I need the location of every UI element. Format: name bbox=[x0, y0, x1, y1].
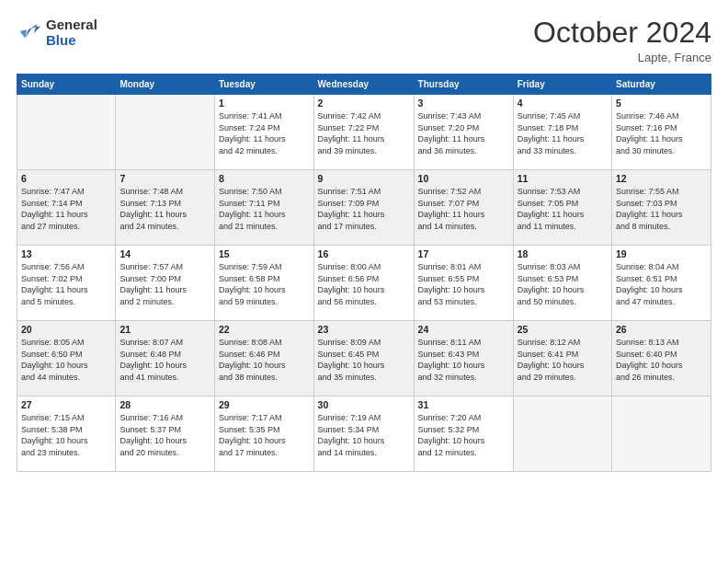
table-row: 30Sunrise: 7:19 AM Sunset: 5:34 PM Dayli… bbox=[313, 396, 414, 472]
header-row: Sunday Monday Tuesday Wednesday Thursday… bbox=[17, 75, 711, 95]
table-row: 26Sunrise: 8:13 AM Sunset: 6:40 PM Dayli… bbox=[612, 321, 711, 396]
table-row: 15Sunrise: 7:59 AM Sunset: 6:58 PM Dayli… bbox=[214, 246, 313, 321]
day-detail: Sunrise: 8:05 AM Sunset: 6:50 PM Dayligh… bbox=[21, 337, 111, 383]
table-row: 21Sunrise: 8:07 AM Sunset: 6:48 PM Dayli… bbox=[116, 321, 215, 396]
day-detail: Sunrise: 8:07 AM Sunset: 6:48 PM Dayligh… bbox=[119, 337, 210, 383]
day-detail: Sunrise: 8:11 AM Sunset: 6:43 PM Dayligh… bbox=[418, 337, 509, 383]
table-row: 22Sunrise: 8:08 AM Sunset: 6:46 PM Dayli… bbox=[214, 321, 313, 396]
day-detail: Sunrise: 7:53 AM Sunset: 7:05 PM Dayligh… bbox=[518, 186, 608, 232]
day-detail: Sunrise: 7:52 AM Sunset: 7:07 PM Dayligh… bbox=[418, 186, 509, 232]
logo-icon bbox=[17, 19, 42, 45]
calendar-row: 20Sunrise: 8:05 AM Sunset: 6:50 PM Dayli… bbox=[17, 321, 711, 396]
day-number: 8 bbox=[219, 173, 310, 184]
day-detail: Sunrise: 7:19 AM Sunset: 5:34 PM Dayligh… bbox=[318, 412, 410, 458]
day-number: 1 bbox=[219, 98, 310, 109]
table-row: 16Sunrise: 8:00 AM Sunset: 6:56 PM Dayli… bbox=[313, 246, 414, 321]
day-number: 14 bbox=[119, 248, 210, 259]
day-number: 6 bbox=[21, 173, 111, 184]
title-block: October 2024 Lapte, France bbox=[533, 17, 711, 64]
day-number: 15 bbox=[219, 248, 310, 259]
col-tuesday: Tuesday bbox=[214, 75, 313, 95]
table-row: 29Sunrise: 7:17 AM Sunset: 5:35 PM Dayli… bbox=[214, 396, 313, 472]
logo: General Blue bbox=[17, 17, 97, 48]
day-number: 13 bbox=[21, 248, 111, 259]
table-row: 28Sunrise: 7:16 AM Sunset: 5:37 PM Dayli… bbox=[116, 396, 215, 472]
day-number: 27 bbox=[21, 399, 111, 410]
day-detail: Sunrise: 7:45 AM Sunset: 7:18 PM Dayligh… bbox=[518, 110, 608, 156]
day-detail: Sunrise: 8:13 AM Sunset: 6:40 PM Dayligh… bbox=[616, 337, 707, 383]
table-row: 6Sunrise: 7:47 AM Sunset: 7:14 PM Daylig… bbox=[17, 170, 116, 246]
table-row: 4Sunrise: 7:45 AM Sunset: 7:18 PM Daylig… bbox=[513, 95, 611, 170]
day-number: 22 bbox=[219, 324, 310, 335]
calendar-row: 13Sunrise: 7:56 AM Sunset: 7:02 PM Dayli… bbox=[17, 246, 711, 321]
table-row: 7Sunrise: 7:48 AM Sunset: 7:13 PM Daylig… bbox=[116, 170, 215, 246]
day-detail: Sunrise: 8:08 AM Sunset: 6:46 PM Dayligh… bbox=[219, 337, 310, 383]
month-title: October 2024 bbox=[533, 17, 711, 49]
day-number: 9 bbox=[318, 173, 410, 184]
table-row bbox=[513, 396, 611, 472]
day-detail: Sunrise: 7:57 AM Sunset: 7:00 PM Dayligh… bbox=[119, 261, 210, 307]
table-row: 9Sunrise: 7:51 AM Sunset: 7:09 PM Daylig… bbox=[313, 170, 414, 246]
svg-marker-0 bbox=[25, 25, 40, 39]
table-row: 18Sunrise: 8:03 AM Sunset: 6:53 PM Dayli… bbox=[513, 246, 611, 321]
day-number: 30 bbox=[318, 399, 410, 410]
day-number: 11 bbox=[518, 173, 608, 184]
day-detail: Sunrise: 7:48 AM Sunset: 7:13 PM Dayligh… bbox=[119, 186, 210, 232]
day-number: 5 bbox=[616, 98, 707, 109]
table-row: 8Sunrise: 7:50 AM Sunset: 7:11 PM Daylig… bbox=[214, 170, 313, 246]
table-row: 14Sunrise: 7:57 AM Sunset: 7:00 PM Dayli… bbox=[116, 246, 215, 321]
day-number: 17 bbox=[418, 248, 509, 259]
day-number: 25 bbox=[518, 324, 608, 335]
table-row: 1Sunrise: 7:41 AM Sunset: 7:24 PM Daylig… bbox=[214, 95, 313, 170]
table-row: 23Sunrise: 8:09 AM Sunset: 6:45 PM Dayli… bbox=[313, 321, 414, 396]
col-saturday: Saturday bbox=[612, 75, 711, 95]
day-detail: Sunrise: 7:41 AM Sunset: 7:24 PM Dayligh… bbox=[219, 110, 310, 156]
day-number: 21 bbox=[119, 324, 210, 335]
table-row: 31Sunrise: 7:20 AM Sunset: 5:32 PM Dayli… bbox=[414, 396, 513, 472]
day-number: 16 bbox=[318, 248, 410, 259]
day-number: 26 bbox=[616, 324, 707, 335]
day-detail: Sunrise: 8:01 AM Sunset: 6:55 PM Dayligh… bbox=[418, 261, 509, 307]
day-detail: Sunrise: 8:09 AM Sunset: 6:45 PM Dayligh… bbox=[318, 337, 410, 383]
col-thursday: Thursday bbox=[414, 75, 513, 95]
day-number: 10 bbox=[418, 173, 509, 184]
calendar-row: 1Sunrise: 7:41 AM Sunset: 7:24 PM Daylig… bbox=[17, 95, 711, 170]
col-monday: Monday bbox=[116, 75, 215, 95]
day-detail: Sunrise: 7:43 AM Sunset: 7:20 PM Dayligh… bbox=[418, 110, 509, 156]
table-row: 24Sunrise: 8:11 AM Sunset: 6:43 PM Dayli… bbox=[414, 321, 513, 396]
location: Lapte, France bbox=[533, 51, 711, 64]
day-detail: Sunrise: 7:55 AM Sunset: 7:03 PM Dayligh… bbox=[616, 186, 707, 232]
day-number: 24 bbox=[418, 324, 509, 335]
table-row: 19Sunrise: 8:04 AM Sunset: 6:51 PM Dayli… bbox=[612, 246, 711, 321]
table-row: 5Sunrise: 7:46 AM Sunset: 7:16 PM Daylig… bbox=[612, 95, 711, 170]
day-detail: Sunrise: 8:03 AM Sunset: 6:53 PM Dayligh… bbox=[518, 261, 608, 307]
day-number: 3 bbox=[418, 98, 509, 109]
day-detail: Sunrise: 7:51 AM Sunset: 7:09 PM Dayligh… bbox=[318, 186, 410, 232]
day-number: 4 bbox=[518, 98, 608, 109]
table-row: 17Sunrise: 8:01 AM Sunset: 6:55 PM Dayli… bbox=[414, 246, 513, 321]
day-detail: Sunrise: 8:00 AM Sunset: 6:56 PM Dayligh… bbox=[318, 261, 410, 307]
day-detail: Sunrise: 7:47 AM Sunset: 7:14 PM Dayligh… bbox=[21, 186, 111, 232]
calendar-table: Sunday Monday Tuesday Wednesday Thursday… bbox=[17, 74, 711, 472]
day-number: 29 bbox=[219, 399, 310, 410]
table-row bbox=[612, 396, 711, 472]
day-number: 23 bbox=[318, 324, 410, 335]
page: General Blue October 2024 Lapte, France … bbox=[0, 0, 728, 563]
logo-text: General Blue bbox=[46, 17, 97, 48]
table-row: 27Sunrise: 7:15 AM Sunset: 5:38 PM Dayli… bbox=[17, 396, 116, 472]
day-detail: Sunrise: 7:46 AM Sunset: 7:16 PM Dayligh… bbox=[616, 110, 707, 156]
day-number: 18 bbox=[518, 248, 608, 259]
day-detail: Sunrise: 7:56 AM Sunset: 7:02 PM Dayligh… bbox=[21, 261, 111, 307]
day-number: 31 bbox=[418, 399, 509, 410]
day-detail: Sunrise: 7:59 AM Sunset: 6:58 PM Dayligh… bbox=[219, 261, 310, 307]
table-row bbox=[116, 95, 215, 170]
table-row: 25Sunrise: 8:12 AM Sunset: 6:41 PM Dayli… bbox=[513, 321, 611, 396]
day-detail: Sunrise: 8:12 AM Sunset: 6:41 PM Dayligh… bbox=[518, 337, 608, 383]
table-row: 13Sunrise: 7:56 AM Sunset: 7:02 PM Dayli… bbox=[17, 246, 116, 321]
day-number: 19 bbox=[616, 248, 707, 259]
day-detail: Sunrise: 7:16 AM Sunset: 5:37 PM Dayligh… bbox=[119, 412, 210, 458]
day-number: 12 bbox=[616, 173, 707, 184]
day-detail: Sunrise: 7:17 AM Sunset: 5:35 PM Dayligh… bbox=[219, 412, 310, 458]
day-number: 20 bbox=[21, 324, 111, 335]
day-detail: Sunrise: 7:15 AM Sunset: 5:38 PM Dayligh… bbox=[21, 412, 111, 458]
